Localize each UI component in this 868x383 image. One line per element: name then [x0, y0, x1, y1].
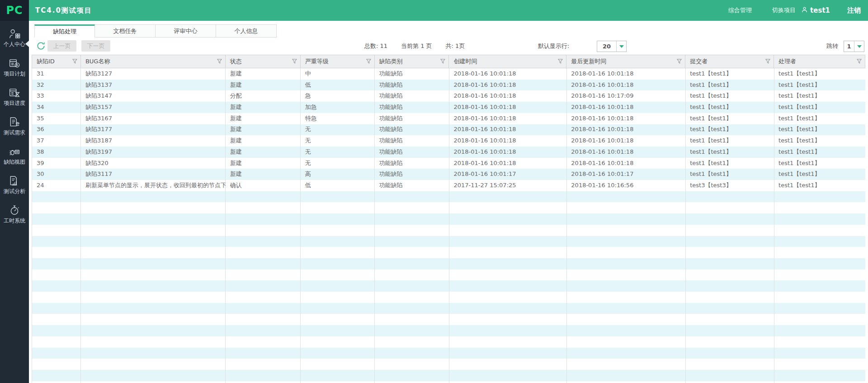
chevron-down-icon — [854, 41, 864, 52]
next-page-button[interactable]: 下一页 — [81, 40, 110, 52]
sidebar-item-project-plan[interactable]: 项目计划 — [0, 57, 29, 86]
table-cell: 低 — [301, 80, 375, 91]
table-cell: 32 — [32, 80, 81, 91]
table-row[interactable]: 38缺陷3197新建无功能缺陷2018-01-16 10:01:182018-0… — [32, 147, 865, 158]
sidebar-item-test-analysis[interactable]: 测试分析 — [0, 175, 29, 204]
sidebar-item-label: 测试分析 — [0, 188, 29, 194]
table-cell: 功能缺陷 — [375, 158, 449, 169]
table-cell: 2018-01-16 10:01:18 — [449, 90, 566, 102]
table-row[interactable]: 33缺陷3147分配急功能缺陷2018-01-16 10:01:182018-0… — [32, 90, 865, 102]
table-cell: 2018-01-16 10:01:18 — [449, 158, 566, 169]
table-cell: 2018-01-16 10:01:18 — [449, 124, 566, 135]
sidebar-collapse-arrow-icon[interactable] — [25, 41, 29, 47]
column-header-updated[interactable]: 最后更新时间 — [566, 55, 685, 68]
tab-review-center[interactable]: 评审中心 — [156, 24, 216, 38]
filter-icon[interactable] — [217, 59, 222, 64]
table-cell: test3【test3】 — [685, 180, 774, 191]
stopwatch-icon — [0, 204, 29, 216]
filter-icon[interactable] — [677, 59, 682, 64]
table-row[interactable]: 35缺陷3167新建特急功能缺陷2018-01-16 10:01:182018-… — [32, 113, 865, 124]
table-row[interactable]: 24刷新菜单节点的显示，展开状态，收回到最初的节点下确认低功能缺陷2017-11… — [32, 180, 865, 191]
table-cell: 缺陷3177 — [81, 124, 226, 135]
table-cell: test1【test1】 — [774, 102, 865, 113]
tab-defect-handling[interactable]: 缺陷处理 — [34, 24, 95, 38]
table-cell: test1【test1】 — [685, 113, 774, 124]
username[interactable]: test1 — [810, 6, 830, 14]
sidebar-item-test-requirements[interactable]: 测试需求 — [0, 116, 29, 145]
filter-icon[interactable] — [558, 59, 563, 64]
table-cell: 功能缺陷 — [375, 135, 449, 147]
menu-item-admin[interactable]: 综合管理 — [728, 6, 752, 14]
logout-button[interactable]: 注销 — [847, 6, 861, 15]
filter-icon[interactable] — [857, 59, 862, 64]
tab-personal-info[interactable]: 个人信息 — [216, 24, 277, 38]
column-header-category[interactable]: 缺陷类别 — [375, 55, 449, 68]
table-cell: test1【test1】 — [685, 68, 774, 80]
table-row[interactable]: 37缺陷3187新建无功能缺陷2018-01-16 10:01:182018-0… — [32, 135, 865, 147]
table-row[interactable]: 36缺陷3177新建无功能缺陷2018-01-16 10:01:182018-0… — [32, 124, 865, 135]
column-header-label: 处理者 — [778, 58, 796, 65]
column-header-label: 提交者 — [690, 58, 708, 65]
column-header-created[interactable]: 创建时间 — [449, 55, 566, 68]
table-cell: 2018-01-16 10:01:18 — [566, 124, 685, 135]
table-cell: test1【test1】 — [685, 169, 774, 180]
column-header-id[interactable]: 缺陷ID — [32, 55, 81, 68]
jump-label: 跳转 — [826, 38, 838, 55]
table-cell: 无 — [301, 147, 375, 158]
sidebar-item-defect-view[interactable]: 缺陷视图 — [0, 146, 29, 175]
pagination-stats: 总数: 11 当前第 1 页 共: 1页 — [364, 38, 465, 55]
jump-page-select[interactable]: 1 — [844, 41, 864, 52]
column-header-submitter[interactable]: 提交者 — [685, 55, 774, 68]
filter-icon[interactable] — [440, 59, 445, 64]
doc-layers-icon — [0, 116, 29, 128]
column-header-severity[interactable]: 严重等级 — [301, 55, 375, 68]
table-row[interactable]: 32缺陷3137新建低功能缺陷2018-01-16 10:01:182018-0… — [32, 80, 865, 91]
prev-page-button[interactable]: 上一页 — [47, 40, 76, 52]
table-row[interactable]: 39缺陷320新建无功能缺陷2018-01-16 10:01:182018-01… — [32, 158, 865, 169]
column-header-label: 缺陷类别 — [379, 58, 403, 65]
sidebar-item-project-progress[interactable]: 项目进度 — [0, 87, 29, 116]
table-cell: 特急 — [301, 113, 375, 124]
sidebar-item-personal-center[interactable]: 个人中心 — [0, 28, 29, 57]
table-row[interactable]: 30缺陷3117新建高功能缺陷2018-01-16 10:01:172018-0… — [32, 169, 865, 180]
column-header-handler[interactable]: 处理者 — [774, 55, 865, 68]
table-cell: 功能缺陷 — [375, 147, 449, 158]
table-row[interactable]: 31缺陷3127新建中功能缺陷2018-01-16 10:01:182018-0… — [32, 68, 865, 80]
table-cell: 30 — [32, 169, 81, 180]
sidebar-item-label: 项目计划 — [0, 71, 29, 77]
table-cell: 高 — [301, 169, 375, 180]
table-cell: 分配 — [226, 90, 301, 102]
column-header-status[interactable]: 状态 — [226, 55, 301, 68]
sidebar-item-work-hours[interactable]: 工时系统 — [0, 204, 29, 233]
table-cell: 缺陷320 — [81, 158, 226, 169]
table-cell: test1【test1】 — [774, 169, 865, 180]
rows-per-page-select[interactable]: 20 — [597, 41, 627, 52]
app-window: PC 个人中心 项目计划 — [0, 0, 868, 383]
table-cell: 新建 — [226, 169, 301, 180]
table-cell: 急 — [301, 90, 375, 102]
sidebar-item-label: 缺陷视图 — [0, 159, 29, 165]
table-cell: test1【test1】 — [685, 90, 774, 102]
filter-icon[interactable] — [292, 59, 297, 64]
menu-item-switch-project[interactable]: 切换项目 — [772, 6, 796, 14]
filter-icon[interactable] — [72, 59, 77, 64]
table-row[interactable]: 34缺陷3157新建加急功能缺陷2018-01-16 10:01:182018-… — [32, 102, 865, 113]
table-cell: test1【test1】 — [774, 147, 865, 158]
table-cell: 缺陷3197 — [81, 147, 226, 158]
filter-icon[interactable] — [765, 59, 770, 64]
table-cell: 2018-01-16 10:01:18 — [449, 102, 566, 113]
table-cell: test1【test1】 — [685, 135, 774, 147]
column-header-name[interactable]: BUG名称 — [81, 55, 226, 68]
tab-document-tasks[interactable]: 文档任务 — [95, 24, 156, 38]
rows-per-page-value: 20 — [597, 41, 617, 52]
table-cell: 37 — [32, 135, 81, 147]
table-cell: 缺陷3147 — [81, 90, 226, 102]
refresh-icon[interactable] — [36, 41, 46, 52]
app-logo[interactable]: PC — [0, 0, 29, 21]
table-cell: 新建 — [226, 147, 301, 158]
table-cell: 缺陷3187 — [81, 135, 226, 147]
filter-icon[interactable] — [366, 59, 371, 64]
table-cell: 功能缺陷 — [375, 169, 449, 180]
table-cell: 功能缺陷 — [375, 113, 449, 124]
table-header-row: 缺陷IDBUG名称状态严重等级缺陷类别创建时间最后更新时间提交者处理者 — [32, 55, 865, 68]
